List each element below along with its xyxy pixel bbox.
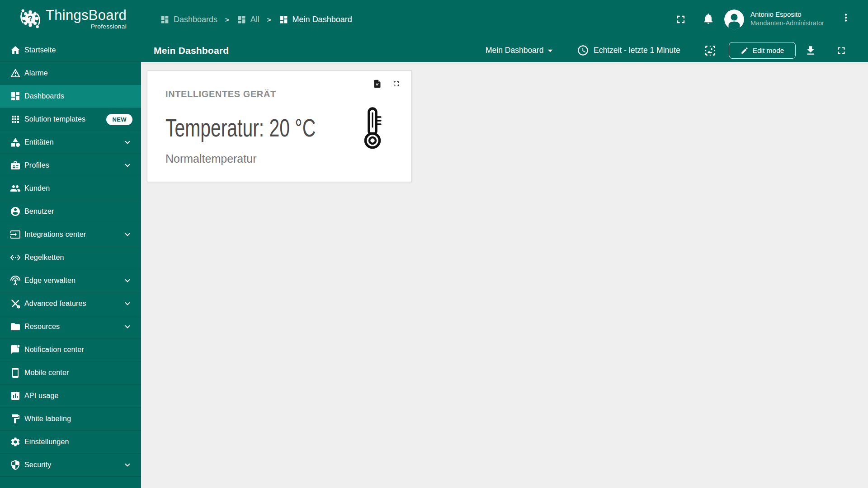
notification-icon	[10, 344, 21, 355]
user-role: Mandanten-Administrator	[750, 19, 824, 28]
breadcrumb-item-dashboards[interactable]: Dashboards	[160, 15, 217, 24]
user-name: Antonio Esposito	[750, 10, 824, 19]
thermometer-icon	[363, 107, 382, 150]
widget-subtitle: Normaltemperatur	[165, 152, 256, 165]
breadcrumb-separator: >	[265, 16, 274, 23]
widget-fullscreen-icon[interactable]	[392, 80, 401, 88]
sidebar-item-kunden[interactable]: Kunden	[0, 177, 141, 200]
breadcrumb-label: Dashboards	[174, 15, 217, 24]
chevron-down-icon	[123, 230, 132, 239]
top-header: ? ThingsBoard Professional Dashboards > …	[0, 0, 868, 39]
input-icon	[10, 229, 21, 240]
sidebar-item-label: Solution templates	[24, 115, 85, 123]
temperature-widget-card[interactable]: INTELLIGENTES GERÄT Temperatur: 20 °C No…	[147, 70, 412, 182]
antenna-icon	[10, 275, 21, 286]
thingsboard-logo-icon: ?	[18, 6, 42, 31]
sidebar-item-label: Integrations center	[24, 230, 86, 239]
toolbar-fullscreen-icon[interactable]	[835, 45, 847, 56]
arrow-drop-down-icon	[544, 45, 556, 56]
sidebar-item-label: Notification center	[24, 346, 84, 354]
chevron-down-icon	[123, 299, 132, 309]
breadcrumb-item-all[interactable]: All	[237, 15, 259, 24]
sidebar-item-notification-center[interactable]: Notification center	[0, 338, 141, 361]
sidebar-item-label: Benutzer	[24, 207, 54, 216]
notifications-bell-icon[interactable]	[702, 12, 715, 25]
settings-icon	[10, 436, 21, 447]
dashboard-canvas: INTELLIGENTES GERÄT Temperatur: 20 °C No…	[141, 62, 868, 488]
download-icon[interactable]	[805, 45, 816, 56]
pencil-icon	[741, 47, 749, 55]
sidebar-item-label: Kunden	[24, 184, 50, 192]
sidebar-item-benutzer[interactable]: Benutzer	[0, 200, 141, 223]
sidebar-item-label: Alarme	[24, 69, 48, 77]
sidebar-item-resources[interactable]: Resources	[0, 315, 141, 338]
warning-icon	[10, 68, 21, 79]
sidebar-menu: StartseiteAlarmeDashboardsSolution templ…	[0, 39, 141, 477]
sidebar-item-mobile-center[interactable]: Mobile center	[0, 361, 141, 385]
chevron-down-icon	[123, 160, 132, 170]
sidebar-item-white-labeling[interactable]: White labeling	[0, 408, 141, 431]
edit-mode-label: Edit mode	[753, 47, 784, 55]
widget-title: INTELLIGENTES GERÄT	[165, 89, 276, 99]
shield-icon	[10, 460, 21, 470]
brand-name: ThingsBoard	[46, 8, 127, 23]
brand-edition: Professional	[46, 23, 127, 30]
fullscreen-button[interactable]	[675, 13, 687, 26]
sidebar-item-label: White labeling	[24, 415, 71, 423]
sidebar-item-integrations-center[interactable]: Integrations center	[0, 223, 141, 246]
breadcrumb-item-mein-dashboard[interactable]: Mein Dashboard	[279, 15, 352, 24]
folder-icon	[10, 321, 21, 332]
badge-icon	[10, 160, 21, 171]
breadcrumb-label: All	[250, 15, 259, 24]
more-menu-icon[interactable]	[840, 12, 852, 23]
apps-icon	[10, 114, 21, 125]
sidebar-item-alarme[interactable]: Alarme	[0, 62, 141, 85]
edit-mode-button[interactable]: Edit mode	[729, 42, 796, 59]
dashboard-toolbar: Mein Dashboard Mein Dashboard Echtzeit -…	[141, 39, 868, 62]
chevron-down-icon	[123, 460, 132, 470]
state-select-value: Mein Dashboard	[486, 46, 543, 55]
sidebar-item-entit-ten[interactable]: Entitäten	[0, 131, 141, 154]
dashboard-state-select[interactable]: Mein Dashboard	[483, 39, 559, 62]
sidebar-item-label: Resources	[24, 323, 60, 331]
timewindow-button[interactable]: Echtzeit - letzte 1 Minute	[574, 39, 683, 62]
sidebar-item-solution-templates[interactable]: Solution templatesNEW	[0, 108, 141, 131]
sidebar-item-edge-verwalten[interactable]: Edge verwalten	[0, 269, 141, 292]
sidebar-item-label: Regelketten	[24, 253, 64, 262]
dashboard-icon	[237, 15, 246, 24]
sidebar-item-label: Dashboards	[24, 92, 64, 100]
sidebar-item-startseite[interactable]: Startseite	[0, 39, 141, 62]
page-title: Mein Dashboard	[154, 39, 229, 62]
sidebar-item-label: Advanced features	[24, 300, 86, 308]
sidebar-item-regelketten[interactable]: Regelketten	[0, 246, 141, 269]
export-widget-icon[interactable]	[373, 79, 382, 89]
temperature-value: Temperatur: 20 °C	[165, 114, 316, 141]
user-avatar[interactable]	[724, 9, 744, 29]
dashboard-icon	[10, 91, 21, 102]
sidebar-item-label: Startseite	[24, 46, 56, 54]
timewindow-label: Echtzeit - letzte 1 Minute	[594, 46, 680, 55]
sidebar-item-api-usage[interactable]: API usage	[0, 385, 141, 408]
chart-icon	[10, 390, 21, 401]
paint-icon	[10, 413, 21, 424]
sidebar-item-security[interactable]: Security	[0, 454, 141, 477]
sidebar: StartseiteAlarmeDashboardsSolution templ…	[0, 39, 141, 488]
sidebar-item-profiles[interactable]: Profiles	[0, 154, 141, 177]
sidebar-item-advanced-features[interactable]: Advanced features	[0, 292, 141, 315]
brand-logo[interactable]: ? ThingsBoard Professional	[18, 6, 127, 31]
category-icon	[10, 137, 21, 148]
breadcrumb-label: Mein Dashboard	[292, 15, 352, 24]
sidebar-item-label: Security	[24, 461, 51, 469]
sidebar-item-einstellungen[interactable]: Einstellungen	[0, 431, 141, 454]
sidebar-item-dashboards[interactable]: Dashboards	[0, 85, 141, 108]
dashboard-icon	[279, 15, 288, 24]
ethernet-icon	[10, 252, 21, 263]
people-icon	[10, 183, 21, 194]
sidebar-item-label: API usage	[24, 392, 59, 400]
user-info[interactable]: Antonio Esposito Mandanten-Administrator	[750, 10, 824, 28]
dashboard-image-icon[interactable]	[704, 44, 717, 57]
account-icon	[10, 206, 21, 217]
home-icon	[10, 45, 21, 56]
sidebar-item-label: Mobile center	[24, 369, 69, 377]
sidebar-item-label: Edge verwalten	[24, 277, 75, 285]
